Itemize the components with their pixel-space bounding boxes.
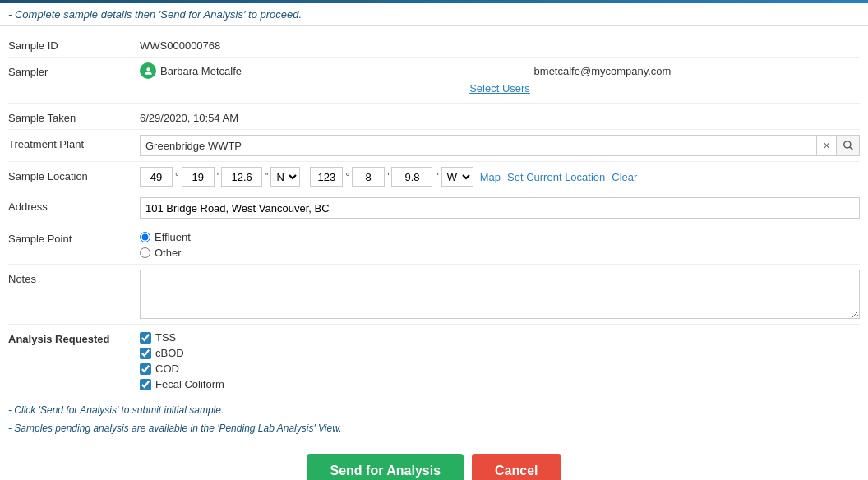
- sample-point-row: Sample Point Effluent Other: [8, 224, 860, 265]
- address-label: Address: [8, 197, 140, 213]
- analysis-requested-value-col: TSS cBOD COD Fecal Coliform: [140, 330, 860, 390]
- sample-taken-label: Sample Taken: [8, 108, 140, 124]
- lon-dir-select[interactable]: W E: [441, 167, 473, 187]
- svg-line-2: [849, 147, 852, 150]
- analysis-fecal-coliform-checkbox[interactable]: [140, 379, 151, 390]
- sampler-info-row: Barbara Metcalfe bmetcalfe@mycompany.com: [140, 62, 860, 79]
- sampler-label: Sampler: [8, 62, 140, 78]
- analysis-cod-checkbox[interactable]: [140, 363, 151, 375]
- lon-sec-symbol: ": [434, 171, 439, 182]
- location-row: ° ' " N S ° ' " W E Ma: [140, 167, 637, 187]
- send-for-analysis-button[interactable]: Send for Analysis: [307, 454, 464, 480]
- sample-location-value-col: ° ' " N S ° ' " W E Ma: [140, 167, 860, 187]
- analysis-cbod[interactable]: cBOD: [140, 347, 224, 359]
- footer-notes: - Click 'Send for Analysis' to submit in…: [0, 395, 868, 444]
- treatment-plant-label: Treatment Plant: [8, 135, 140, 150]
- treatment-plant-wrapper: ×: [140, 135, 837, 156]
- lon-min-symbol: ': [386, 171, 390, 182]
- instruction-bar: - Complete sample details then 'Send for…: [0, 3, 868, 26]
- svg-point-1: [843, 141, 850, 148]
- sample-id-row: Sample ID WWS000000768: [8, 31, 860, 58]
- sample-point-value-col: Effluent Other: [140, 229, 860, 259]
- lat-sec-symbol: ": [264, 171, 269, 182]
- set-current-location-link[interactable]: Set Current Location: [507, 171, 605, 183]
- address-value-col: [140, 197, 860, 219]
- treatment-plant-search-btn[interactable]: [837, 135, 860, 156]
- analysis-cod[interactable]: COD: [140, 362, 224, 375]
- clear-location-link[interactable]: Clear: [612, 171, 637, 183]
- sampler-value-col: Barbara Metcalfe bmetcalfe@mycompany.com…: [140, 62, 860, 98]
- map-link[interactable]: Map: [480, 171, 501, 183]
- analysis-tss[interactable]: TSS: [140, 331, 224, 344]
- instruction-text: - Complete sample details then 'Send for…: [8, 8, 302, 21]
- lat-min-input[interactable]: [182, 167, 215, 187]
- address-row: Address: [8, 192, 860, 224]
- sample-point-effluent-radio[interactable]: [140, 232, 150, 242]
- sample-point-other[interactable]: Other: [140, 247, 191, 259]
- lon-deg-input[interactable]: [310, 167, 343, 187]
- sample-location-label: Sample Location: [8, 167, 140, 182]
- sample-id-value: WWS000000768: [140, 36, 220, 52]
- analysis-tss-label: TSS: [155, 331, 176, 344]
- sample-point-label: Sample Point: [8, 229, 140, 245]
- notes-value-col: [140, 270, 860, 319]
- lat-dir-select[interactable]: N S: [270, 167, 300, 187]
- analysis-cod-label: COD: [155, 362, 179, 375]
- analysis-cbod-checkbox[interactable]: [140, 348, 151, 359]
- select-users-row: Select Users: [140, 79, 860, 98]
- cancel-button[interactable]: Cancel: [472, 454, 561, 480]
- sample-id-label: Sample ID: [8, 36, 140, 52]
- lat-deg-symbol: °: [174, 171, 180, 182]
- select-users-link[interactable]: Select Users: [469, 82, 530, 95]
- analysis-fecal-coliform[interactable]: Fecal Coliform: [140, 378, 224, 390]
- sampler-email: bmetcalfe@mycompany.com: [345, 65, 860, 77]
- notes-row: Notes: [8, 265, 860, 325]
- lat-sec-input[interactable]: [221, 167, 262, 187]
- treatment-plant-row: Treatment Plant ×: [8, 130, 860, 162]
- sample-id-value-col: WWS000000768: [140, 36, 860, 52]
- analysis-cbod-label: cBOD: [155, 347, 184, 359]
- treatment-plant-input[interactable]: [141, 136, 816, 155]
- sampler-row: Sampler Barbara Metcalfe bmetcalfe@mycom…: [8, 58, 860, 104]
- notes-label: Notes: [8, 270, 140, 285]
- sample-point-effluent[interactable]: Effluent: [140, 231, 191, 243]
- footer-note-2: - Samples pending analysis are available…: [8, 420, 860, 438]
- sampler-section: Barbara Metcalfe bmetcalfe@mycompany.com…: [140, 62, 860, 98]
- form-container: Sample ID WWS000000768 Sampler Barba: [0, 26, 868, 395]
- address-input[interactable]: [140, 197, 860, 219]
- sample-point-radio-group: Effluent Other: [140, 229, 191, 259]
- button-bar: Send for Analysis Cancel: [0, 444, 868, 480]
- notes-textarea[interactable]: [140, 270, 860, 319]
- sample-location-row: Sample Location ° ' " N S ° ' ": [8, 162, 860, 192]
- sample-taken-row: Sample Taken 6/29/2020, 10:54 AM: [8, 104, 860, 130]
- treatment-plant-clear-btn[interactable]: ×: [816, 136, 836, 155]
- lon-deg-symbol: °: [344, 171, 350, 182]
- svg-point-0: [146, 67, 150, 71]
- lat-min-symbol: ': [216, 171, 219, 182]
- analysis-requested-label: Analysis Requested: [8, 330, 140, 345]
- footer-note-1: - Click 'Send for Analysis' to submit in…: [8, 402, 860, 420]
- sample-taken-value: 6/29/2020, 10:54 AM: [140, 108, 238, 124]
- analysis-fecal-coliform-label: Fecal Coliform: [155, 378, 224, 390]
- analysis-checkbox-group: TSS cBOD COD Fecal Coliform: [140, 330, 224, 390]
- lon-sec-input[interactable]: [391, 167, 432, 187]
- sample-taken-value-col: 6/29/2020, 10:54 AM: [140, 108, 860, 124]
- sample-point-effluent-label: Effluent: [155, 231, 191, 243]
- lat-deg-input[interactable]: [140, 167, 173, 187]
- user-icon: [140, 62, 156, 79]
- sample-point-other-label: Other: [155, 247, 182, 259]
- analysis-tss-checkbox[interactable]: [140, 332, 151, 344]
- analysis-requested-row: Analysis Requested TSS cBOD COD Fecal Co…: [8, 325, 860, 395]
- sampler-name-text: Barbara Metcalfe: [160, 65, 242, 77]
- sample-point-other-radio[interactable]: [140, 247, 150, 258]
- sampler-name-block: Barbara Metcalfe: [140, 62, 345, 79]
- treatment-plant-value-col: ×: [140, 135, 860, 156]
- lon-min-input[interactable]: [352, 167, 385, 187]
